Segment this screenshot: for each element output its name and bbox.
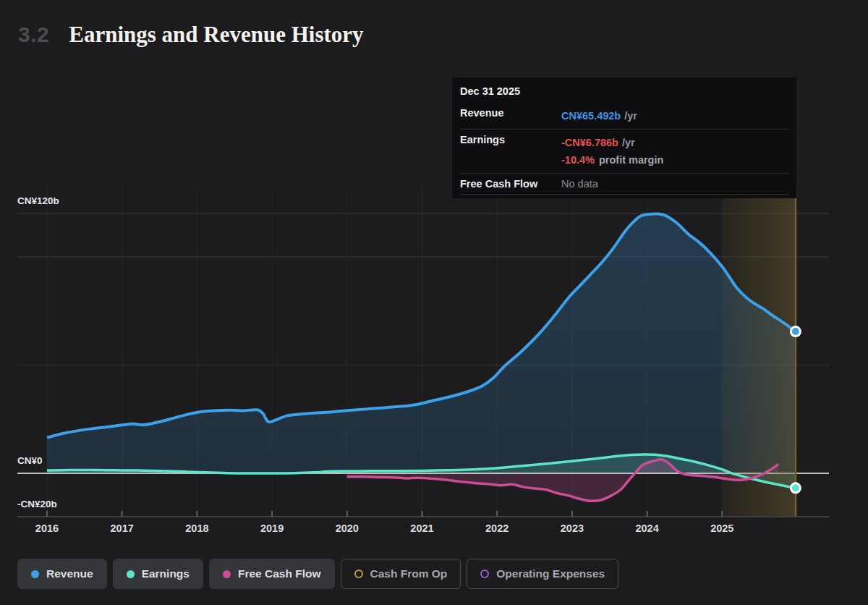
x-axis-label: 2017 <box>111 522 134 534</box>
y-axis-label: CN¥120b <box>17 195 59 206</box>
y-axis-label: CN¥0 <box>17 455 43 466</box>
tooltip-revenue-value: CN¥65.492b <box>561 110 621 122</box>
tooltip-earnings-label: Earnings <box>460 134 561 145</box>
tooltip-date: Dec 31 2025 <box>460 77 788 103</box>
chart-legend: RevenueEarningsFree Cash FlowCash From O… <box>17 559 618 589</box>
legend-button-earnings[interactable]: Earnings <box>113 559 203 589</box>
filled-dot-icon <box>223 570 231 578</box>
earnings-revenue-section: 3.2 Earnings and Revenue History CN¥120b… <box>0 0 868 605</box>
legend-button-operating-expenses[interactable]: Operating Expenses <box>467 559 618 589</box>
x-axis-label: 2022 <box>485 522 509 534</box>
ring-dot-icon <box>354 570 363 578</box>
legend-label: Free Cash Flow <box>238 567 321 580</box>
x-axis-label: 2021 <box>410 522 433 534</box>
tooltip-fcf-row: Free Cash Flow No data <box>460 174 788 195</box>
x-axis-label: 2025 <box>710 522 733 534</box>
ring-dot-icon <box>480 570 489 578</box>
x-axis-label: 2020 <box>336 522 359 534</box>
chart-tooltip: Dec 31 2025 Revenue CN¥65.492b/yr Earnin… <box>452 77 796 198</box>
x-axis-label: 2019 <box>260 522 284 534</box>
tooltip-revenue-suffix: /yr <box>624 110 637 122</box>
x-axis-label: 2023 <box>561 522 584 534</box>
legend-label: Revenue <box>46 567 93 580</box>
legend-button-revenue[interactable]: Revenue <box>17 559 107 589</box>
x-axis-label: 2016 <box>35 522 59 534</box>
legend-button-free-cash-flow[interactable]: Free Cash Flow <box>209 559 335 589</box>
tooltip-earnings-suffix: /yr <box>622 137 635 148</box>
tooltip-earnings-row: Earnings -CN¥6.786b/yr -10.4%profit marg… <box>460 130 788 174</box>
legend-label: Operating Expenses <box>496 567 605 580</box>
tooltip-profit-margin-value: -10.4% <box>561 154 595 166</box>
tooltip-earnings-value: -CN¥6.786b <box>561 137 618 148</box>
filled-dot-icon <box>127 570 135 578</box>
x-axis-label: 2024 <box>635 522 658 534</box>
filled-dot-icon <box>31 570 39 578</box>
legend-label: Earnings <box>142 567 190 580</box>
x-axis-label: 2018 <box>185 522 208 534</box>
legend-button-cash-from-op[interactable]: Cash From Op <box>341 559 461 589</box>
tooltip-profit-margin-suffix: profit margin <box>599 154 663 166</box>
tooltip-revenue-row: Revenue CN¥65.492b/yr <box>460 103 788 130</box>
tooltip-fcf-label: Free Cash Flow <box>460 178 561 190</box>
tooltip-fcf-value: No data <box>561 178 598 190</box>
legend-label: Cash From Op <box>370 567 448 580</box>
y-axis-label: -CN¥20b <box>17 499 57 509</box>
tooltip-revenue-label: Revenue <box>460 107 561 119</box>
